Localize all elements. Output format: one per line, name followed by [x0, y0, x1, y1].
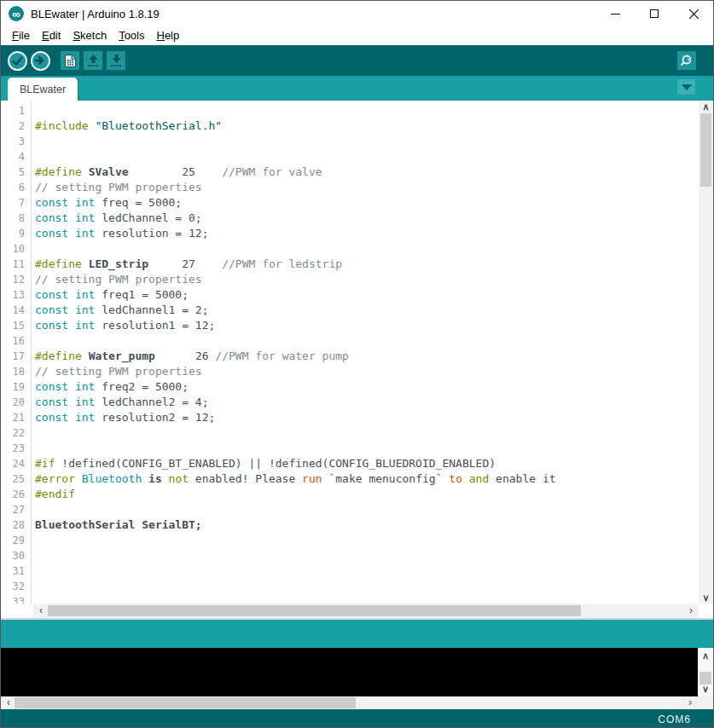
footer-bar: COM6	[1, 709, 713, 728]
title-bar: ∞ BLEwater | Arduino 1.8.19	[1, 1, 713, 26]
line-number: 33	[1, 594, 31, 604]
line-number: 22	[1, 425, 31, 441]
line-number: 7	[1, 195, 31, 211]
line-number: 15	[1, 318, 31, 333]
line-number: 27	[1, 502, 31, 517]
line-number: 11	[1, 257, 31, 272]
code-line	[35, 594, 699, 604]
code-line	[35, 579, 699, 594]
line-number: 23	[1, 441, 31, 456]
code-editor[interactable]: 1234567891011121314151617181920212223242…	[1, 101, 713, 604]
line-number: 28	[1, 517, 31, 533]
tab-bar: BLEwater	[1, 76, 713, 101]
line-number: 13	[1, 287, 31, 303]
line-number: 10	[1, 241, 31, 257]
line-number: 21	[1, 410, 31, 425]
code-line: // setting PWM properties	[35, 272, 699, 287]
scrollbar-thumb[interactable]	[48, 605, 581, 616]
code-line	[35, 441, 699, 456]
code-line	[35, 548, 699, 563]
console-horizontal-scrollbar[interactable]: ‹ ›	[1, 696, 713, 709]
code-line	[35, 134, 699, 149]
line-number: 17	[1, 349, 31, 364]
arduino-ide-window: ∞ BLEwater | Arduino 1.8.19 FileEditSket…	[0, 0, 714, 728]
minimize-icon	[611, 9, 620, 19]
scroll-down-icon[interactable]: ∨	[698, 683, 713, 695]
menu-item-tools[interactable]: Tools	[113, 27, 150, 44]
close-button[interactable]	[674, 1, 713, 26]
tab-menu-button[interactable]	[677, 79, 695, 95]
serial-port-label: COM6	[658, 714, 691, 725]
code-line: const int freq2 = 5000;	[35, 379, 699, 395]
serial-monitor-button[interactable]	[677, 51, 696, 70]
maximize-icon	[650, 9, 659, 18]
line-number: 4	[1, 149, 31, 165]
console-panel: ∧ ∨	[1, 648, 713, 696]
scrollbar-thumb[interactable]	[15, 697, 356, 708]
tab-label: BLEwater	[20, 84, 66, 95]
arduino-logo-icon: ∞	[9, 6, 24, 21]
line-number: 31	[1, 563, 31, 579]
code-line: const int freq = 5000;	[35, 195, 699, 211]
editor-vertical-scrollbar[interactable]: ∧ ∨	[699, 101, 713, 604]
code-line: const int ledChannel1 = 2;	[35, 303, 699, 318]
line-number: 6	[1, 180, 31, 195]
editor-horizontal-scrollbar[interactable]: ‹ ›	[1, 604, 713, 618]
scroll-right-icon[interactable]: ›	[684, 696, 696, 709]
console-output	[1, 648, 698, 696]
code-line	[35, 425, 699, 441]
line-number: 18	[1, 364, 31, 379]
line-number: 8	[1, 211, 31, 226]
line-number: 30	[1, 548, 31, 563]
code-line	[35, 502, 699, 517]
down-arrow-icon	[110, 55, 123, 67]
line-number: 5	[1, 165, 31, 180]
minimize-button[interactable]	[595, 1, 635, 26]
menu-item-sketch[interactable]: Sketch	[67, 27, 113, 44]
line-number: 12	[1, 272, 31, 287]
scroll-left-icon[interactable]: ‹	[35, 604, 47, 617]
menu-item-help[interactable]: Help	[150, 27, 185, 44]
scrollbar-thumb[interactable]	[700, 113, 711, 187]
tab-blewater[interactable]: BLEwater	[8, 78, 78, 101]
code-area[interactable]: #include "BluetoothSerial.h"#define SVal…	[32, 101, 699, 604]
code-line: #define LED_strip 27 //PWM for ledstrip	[35, 257, 699, 272]
scroll-right-icon[interactable]: ›	[685, 604, 697, 617]
menu-item-edit[interactable]: Edit	[36, 27, 67, 44]
close-icon	[689, 9, 699, 19]
line-number: 29	[1, 533, 31, 548]
check-icon	[12, 56, 23, 66]
maximize-button[interactable]	[635, 1, 674, 26]
scroll-left-icon[interactable]: ‹	[3, 696, 15, 709]
code-line	[35, 333, 699, 349]
code-line: const int resolution2 = 12;	[35, 410, 699, 425]
line-number: 24	[1, 456, 31, 471]
line-number: 3	[1, 134, 31, 149]
open-sketch-button[interactable]	[84, 51, 102, 70]
menu-item-file[interactable]: File	[6, 27, 36, 44]
toolbar	[1, 45, 713, 76]
code-line	[35, 149, 699, 165]
scroll-up-icon[interactable]: ∧	[699, 101, 713, 113]
console-vertical-scrollbar[interactable]: ∧ ∨	[698, 648, 713, 696]
code-line: #define SValve 25 //PWM for valve	[35, 165, 699, 180]
scroll-up-icon[interactable]: ∧	[698, 650, 713, 662]
line-number: 1	[1, 103, 31, 118]
save-sketch-button[interactable]	[107, 51, 125, 70]
code-line: #define Water_pump 26 //PWM for water pu…	[35, 349, 699, 364]
code-line: const int ledChannel = 0;	[35, 211, 699, 226]
upload-button[interactable]	[31, 51, 50, 71]
new-sketch-button[interactable]	[61, 51, 79, 70]
line-number-gutter: 1234567891011121314151617181920212223242…	[1, 101, 32, 604]
line-number: 26	[1, 487, 31, 502]
code-line: #if !defined(CONFIG_BT_ENABLED) || !defi…	[35, 456, 699, 471]
window-title: BLEwater | Arduino 1.8.19	[31, 8, 160, 20]
line-number: 2	[1, 118, 31, 134]
status-bar	[1, 618, 713, 648]
document-icon	[65, 55, 76, 67]
line-number: 19	[1, 379, 31, 395]
code-line: const int resolution1 = 12;	[35, 318, 699, 333]
verify-button[interactable]	[8, 51, 27, 71]
scroll-down-icon[interactable]: ∨	[699, 592, 713, 604]
code-line	[35, 103, 699, 118]
